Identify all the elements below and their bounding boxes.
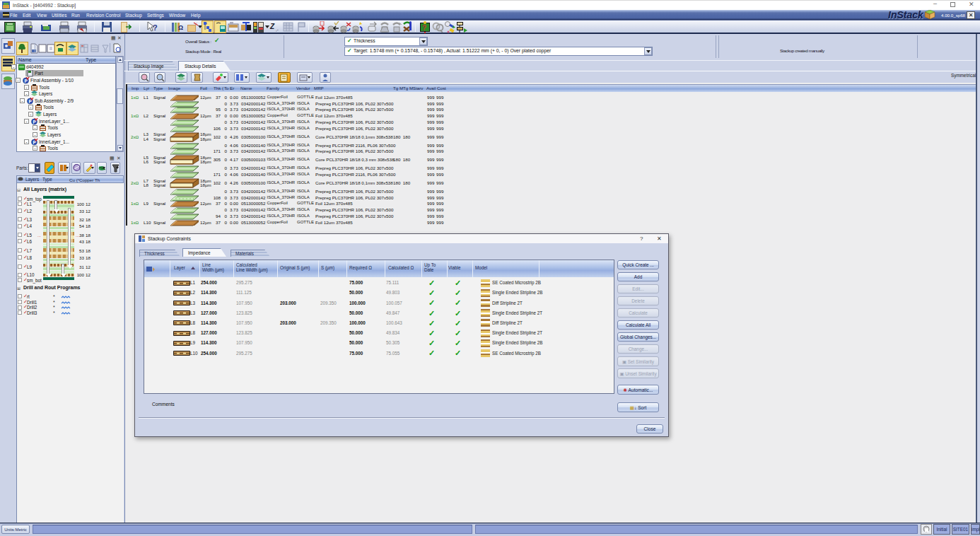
svg-text:?: ?: [153, 23, 158, 32]
svg-text:Ω: Ω: [178, 24, 183, 31]
svg-text:,-: ,-: [276, 28, 279, 32]
svg-text:?: ?: [422, 24, 426, 32]
svg-text:Z: Z: [269, 23, 275, 30]
